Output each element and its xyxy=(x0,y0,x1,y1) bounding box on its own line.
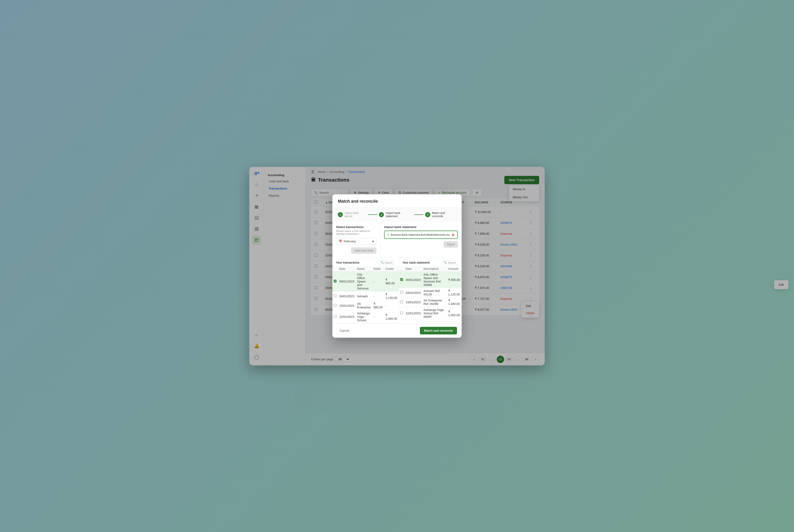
bank-statement-table: Date Description Amount 08/01/2023 ASL O… xyxy=(399,266,461,320)
step-1-num: 1 xyxy=(338,212,343,217)
yt-cell-debit: - xyxy=(372,272,384,291)
search-bs-icon: 🔍 xyxy=(443,261,447,264)
step-3-num: 3 xyxy=(425,212,430,217)
month-value: February xyxy=(344,240,356,243)
file-name: Business-Bank-Statement-BoA-BankStatemen… xyxy=(391,233,450,236)
modal-top-body: Select transactions Please select a time… xyxy=(333,222,461,258)
bs-cell-amount: ₹ 985.00 xyxy=(447,272,461,288)
bs-row-checkbox[interactable] xyxy=(400,291,403,294)
yt-col-name: Name xyxy=(356,266,372,272)
your-transactions-title: Your transactions xyxy=(336,261,359,264)
cancel-button[interactable]: Cancel xyxy=(337,327,352,334)
yt-row-checkbox[interactable] xyxy=(334,294,337,297)
step-2-num: 2 xyxy=(379,212,384,217)
bs-cell-date: 15/01/2023 xyxy=(404,298,422,307)
yt-cell-date: 15/01/2023 xyxy=(338,301,356,310)
step-3-label: Match and reconcile xyxy=(432,211,456,218)
bs-row: 15/01/2023 AK Enterprise Ref: #0498 ₹ 1,… xyxy=(399,298,461,307)
yt-cell-date: 04/01/2023 xyxy=(338,291,356,301)
import-bank-statement-section: Import bank statement ● Business-Bank-St… xyxy=(380,222,461,258)
bs-row-checkbox[interactable] xyxy=(400,278,403,281)
yt-cell-name: ASL Office Space and Services xyxy=(356,272,372,291)
modal-footer: Cancel Match and reconcile xyxy=(333,323,461,338)
yt-row: 22/01/2023 Ashtanga Yoga School - ₹ 1,00… xyxy=(333,310,399,323)
yt-row-checkbox[interactable] xyxy=(334,304,337,307)
import-file-display: ● Business-Bank-Statement-BoA-BankStatem… xyxy=(384,231,458,239)
bs-row: 04/01/2023 Avinash Ref: #0129 ₹ 1,120.00 xyxy=(399,288,461,298)
bs-cell-desc: AK Enterprise Ref: #0498 xyxy=(422,298,447,307)
yt-cell-credit: ₹ 1,000.00 xyxy=(384,310,399,323)
yt-row-checkbox[interactable] xyxy=(334,280,337,283)
step-connector-1 xyxy=(368,214,377,215)
step-3: 3 Match and reconcile xyxy=(425,211,456,218)
bs-row: 22/01/2023 Ashtanga Yoga School Ref: #00… xyxy=(399,307,461,320)
yt-row-checkbox[interactable] xyxy=(334,315,337,318)
search-mini-icon: 🔍 xyxy=(381,261,384,264)
bs-cell-date: 04/01/2023 xyxy=(404,288,422,298)
bs-col-date: Date xyxy=(404,266,422,272)
yt-cell-name: AK Enterprise xyxy=(356,301,372,310)
bs-row-checkbox[interactable] xyxy=(400,301,403,303)
bank-statement-section: Your bank statement 🔍 Search Date Descri… xyxy=(399,258,461,323)
bs-cell-amount: ₹ 1,340.00 xyxy=(447,298,461,307)
step-connector-2 xyxy=(414,214,423,215)
bs-search-placeholder: Search xyxy=(448,261,456,264)
yt-col-debit: Debit xyxy=(372,266,384,272)
your-transactions-header: Your transactions 🔍 Search xyxy=(333,258,399,266)
stepper: 1 Select time period 2 Import bank state… xyxy=(333,208,461,222)
bs-cell-date: 08/01/2023 xyxy=(404,272,422,288)
bs-col-desc: Description xyxy=(422,266,447,272)
bank-statement-title: Your bank statement xyxy=(402,261,430,264)
bank-statement-header: Your bank statement 🔍 Search xyxy=(399,258,461,266)
step-1: 1 Select time period xyxy=(338,211,366,218)
yt-cell-debit: - xyxy=(372,310,384,323)
save-show-button[interactable]: Save and show xyxy=(351,247,376,254)
match-reconcile-button[interactable]: Match and reconcile xyxy=(420,327,457,335)
yt-cell-credit: ₹ 985.00 xyxy=(384,272,399,291)
month-select[interactable]: 📅 February ▾ xyxy=(336,238,376,245)
yt-col-date: Date xyxy=(338,266,356,272)
step-2: 2 Import bank statement xyxy=(379,211,413,218)
yt-cell-name: Ashtanga Yoga School xyxy=(356,310,372,323)
calendar-icon: 📅 xyxy=(339,240,342,243)
your-tx-search-placeholder: Search xyxy=(385,261,393,264)
select-transactions-section: Select transactions Please select a time… xyxy=(333,222,380,258)
bank-statement-search[interactable]: 🔍 Search xyxy=(441,260,458,265)
modal-overlay: Match and reconcile 1 Select time period… xyxy=(0,0,794,532)
yt-row: 15/01/2023 AK Enterprise ₹ 985.00 - xyxy=(333,301,399,310)
bs-cell-desc: Ashtanga Yoga School Ref: #0097 xyxy=(422,307,447,320)
import-title: Import bank statement xyxy=(384,225,458,229)
your-transactions-table: Date Name Debit Credit 08/01/2023 ASL Of… xyxy=(333,266,399,323)
yt-cell-debit: - xyxy=(372,291,384,301)
bs-cell-date: 22/01/2023 xyxy=(404,307,422,320)
yt-row: 08/01/2023 ASL Office Space and Services… xyxy=(333,272,399,291)
bs-row-checkbox[interactable] xyxy=(400,311,403,315)
select-transactions-sub: Please select a time period for viewing … xyxy=(336,230,376,235)
yt-cell-debit: ₹ 985.00 xyxy=(372,301,384,310)
bs-cell-desc: ASL Office Space and Services Ref: #0069 xyxy=(422,272,447,288)
bs-col-amount: Amount xyxy=(447,266,461,272)
delete-file-icon[interactable]: 🗑 xyxy=(452,233,455,236)
yt-col-credit: Credit xyxy=(384,266,399,272)
bs-row: 08/01/2023 ASL Office Space and Services… xyxy=(399,272,461,288)
chevron-down-icon: ▾ xyxy=(372,240,374,243)
your-transactions-search[interactable]: 🔍 Search xyxy=(379,260,395,265)
yt-row: 04/01/2023 Avinash - ₹ 1,120.00 xyxy=(333,291,399,301)
step-1-label: Select time period xyxy=(345,211,366,218)
yt-cell-date: 22/01/2023 xyxy=(338,310,356,323)
your-transactions-section: Your transactions 🔍 Search Date Name Deb… xyxy=(333,258,399,323)
yt-cell-name: Avinash xyxy=(356,291,372,301)
select-transactions-title: Select transactions xyxy=(336,225,376,229)
step-2-label: Import bank statement xyxy=(386,211,413,218)
modal-header: Match and reconcile xyxy=(333,194,461,208)
bs-cell-desc: Avinash Ref: #0129 xyxy=(422,288,447,298)
yt-cell-credit: ₹ 1,120.00 xyxy=(384,291,399,301)
file-dot-icon: ● xyxy=(387,233,389,236)
match-reconcile-modal: Match and reconcile 1 Select time period… xyxy=(333,194,461,338)
bs-cell-amount: ₹ 1,000.00 xyxy=(447,307,461,320)
yt-cell-credit: - xyxy=(384,301,399,310)
modal-title: Match and reconcile xyxy=(338,199,456,204)
bs-cell-amount: ₹ 1,120.00 xyxy=(447,288,461,298)
import-button[interactable]: Import xyxy=(443,241,458,248)
yt-cell-date: 08/01/2023 xyxy=(338,272,356,291)
